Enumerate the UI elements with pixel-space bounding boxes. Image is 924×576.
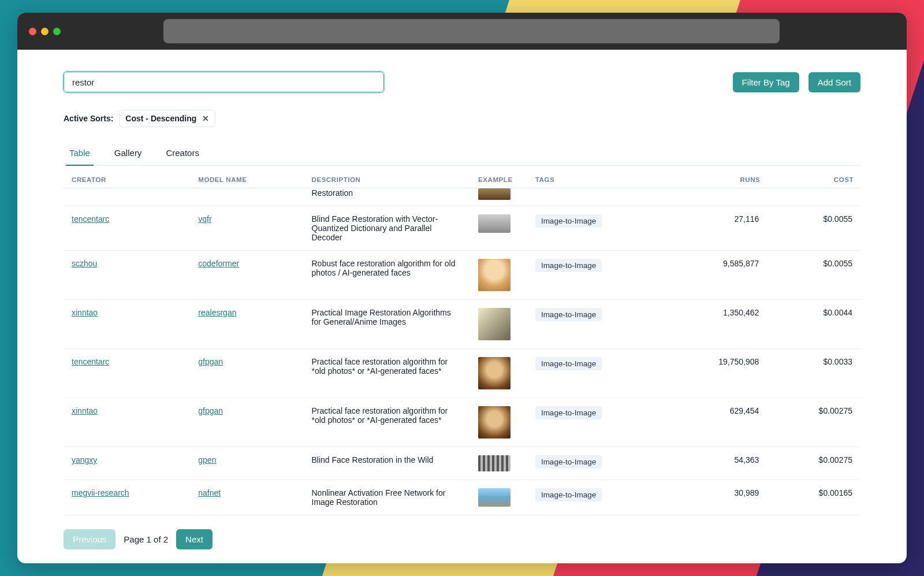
cell-description: Practical face restoration algorithm for… [304, 398, 471, 447]
cell-cost: $0.0033 [767, 349, 860, 398]
table-row: Restoration [64, 188, 860, 206]
cell-description: Practical Image Restoration Algorithms f… [304, 300, 471, 349]
model-link[interactable]: codeformer [198, 259, 239, 268]
col-example[interactable]: EXAMPLE [470, 166, 527, 188]
creator-link[interactable]: megvii-research [72, 488, 129, 497]
table-row: sczhoucodeformerRobust face restoration … [64, 251, 860, 300]
tag-chip[interactable]: Image-to-Image [535, 259, 602, 272]
table-row: tencentarcgfpganPractical face restorati… [64, 349, 860, 398]
sort-chip-label: Cost - Descending [125, 114, 196, 123]
cell-cost: $0.00275 [767, 447, 860, 480]
example-thumbnail[interactable] [478, 259, 511, 291]
page-content: Filter By Tag Add Sort Active Sorts: Cos… [17, 50, 907, 563]
table-row: xinntaorealesrganPractical Image Restora… [64, 300, 860, 349]
tag-chip[interactable]: Image-to-Image [535, 357, 602, 370]
results-table: CREATOR MODEL NAME DESCRIPTION EXAMPLE T… [64, 166, 860, 515]
model-link[interactable]: gpen [198, 455, 216, 464]
next-button[interactable]: Next [176, 529, 213, 549]
cell-cost: $0.0055 [767, 251, 860, 300]
cell-runs: 54,363 [667, 447, 767, 480]
example-thumbnail[interactable] [478, 406, 511, 438]
add-sort-button[interactable]: Add Sort [808, 72, 860, 92]
view-tabs: Table Gallery Creators [64, 143, 860, 166]
tag-chip[interactable]: Image-to-Image [535, 214, 602, 228]
example-thumbnail[interactable] [478, 357, 511, 389]
model-link[interactable]: nafnet [198, 488, 221, 497]
search-input[interactable] [64, 72, 384, 92]
creator-link[interactable]: tencentarc [72, 214, 109, 224]
cell-runs: 30,989 [667, 480, 767, 515]
active-sorts-label: Active Sorts: [64, 114, 113, 123]
cell-description: Practical face restoration algorithm for… [304, 349, 471, 398]
col-model[interactable]: MODEL NAME [190, 166, 303, 188]
table-row: megvii-researchnafnetNonlinear Activatio… [64, 480, 860, 515]
tab-gallery[interactable]: Gallery [111, 143, 146, 166]
window-close-icon[interactable] [29, 28, 36, 35]
example-thumbnail[interactable] [478, 188, 511, 200]
cell-cost: $0.00275 [767, 398, 860, 447]
filter-by-tag-button[interactable]: Filter By Tag [733, 72, 799, 92]
sort-chip: Cost - Descending ✕ [119, 110, 215, 127]
example-thumbnail[interactable] [478, 214, 511, 233]
cell-runs: 1,350,462 [667, 300, 767, 349]
cell-runs: 27,116 [667, 206, 767, 251]
tab-table[interactable]: Table [66, 143, 94, 166]
example-thumbnail[interactable] [478, 455, 511, 471]
cell-cost: $0.00165 [767, 480, 860, 515]
cell-cost: $0.0044 [767, 300, 860, 349]
cell-description: Blind Face Restoration with Vector-Quant… [304, 206, 471, 251]
table-row: tencentarcvqfrBlind Face Restoration wit… [64, 206, 860, 251]
previous-button: Previous [64, 529, 116, 549]
col-creator[interactable]: CREATOR [64, 166, 190, 188]
cell-runs: 9,585,877 [667, 251, 767, 300]
tag-chip[interactable]: Image-to-Image [535, 406, 602, 419]
creator-link[interactable]: xinntao [72, 406, 98, 415]
model-link[interactable]: vqfr [198, 214, 211, 224]
col-description[interactable]: DESCRIPTION [304, 166, 471, 188]
model-link[interactable]: realesrgan [198, 308, 236, 317]
tag-chip[interactable]: Image-to-Image [535, 488, 602, 501]
cell-cost: $0.0055 [767, 206, 860, 251]
cell-runs: 629,454 [667, 398, 767, 447]
window-zoom-icon[interactable] [53, 28, 61, 35]
cell-description: Blind Face Restoration in the Wild [304, 447, 471, 480]
col-tags[interactable]: TAGS [527, 166, 667, 188]
table-row: yangxygpenBlind Face Restoration in the … [64, 447, 860, 480]
table-row: xinntaogfpganPractical face restoration … [64, 398, 860, 447]
model-link[interactable]: gfpgan [198, 357, 223, 366]
cell-description: Robust face restoration algorithm for ol… [304, 251, 471, 300]
creator-link[interactable]: yangxy [72, 455, 97, 464]
col-cost[interactable]: COST [767, 166, 860, 188]
col-runs[interactable]: RUNS [667, 166, 767, 188]
creator-link[interactable]: tencentarc [72, 357, 109, 366]
remove-sort-icon[interactable]: ✕ [202, 114, 209, 122]
tag-chip[interactable]: Image-to-Image [535, 455, 602, 469]
window-minimize-icon[interactable] [41, 28, 49, 35]
cell-description: Restoration [304, 188, 471, 206]
window-titlebar [17, 13, 907, 50]
page-info: Page 1 of 2 [124, 534, 168, 544]
cell-description: Nonlinear Activation Free Network for Im… [304, 480, 471, 515]
tab-creators[interactable]: Creators [162, 143, 203, 166]
example-thumbnail[interactable] [478, 308, 511, 340]
creator-link[interactable]: sczhou [72, 259, 97, 268]
cell-runs: 19,750,908 [667, 349, 767, 398]
url-bar[interactable] [163, 19, 780, 43]
creator-link[interactable]: xinntao [72, 308, 98, 317]
results-table-scroll[interactable]: CREATOR MODEL NAME DESCRIPTION EXAMPLE T… [64, 166, 860, 520]
browser-window: Filter By Tag Add Sort Active Sorts: Cos… [17, 13, 907, 563]
tag-chip[interactable]: Image-to-Image [535, 308, 602, 321]
model-link[interactable]: gfpgan [198, 406, 223, 415]
example-thumbnail[interactable] [478, 488, 511, 507]
